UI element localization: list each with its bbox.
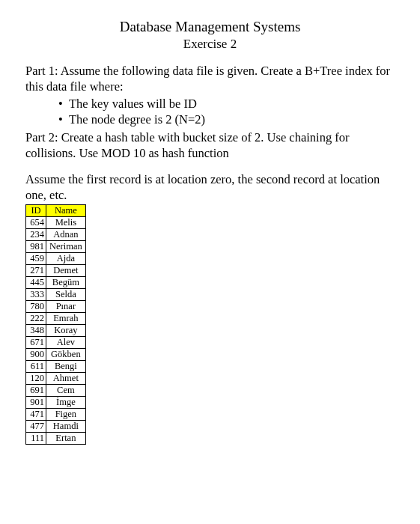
table-row: 611Bengi bbox=[26, 360, 86, 372]
table-row: 222Emrah bbox=[26, 312, 86, 324]
cell-name: Alev bbox=[46, 336, 86, 348]
cell-name: Demet bbox=[46, 264, 86, 276]
table-row: 459Ajda bbox=[26, 252, 86, 264]
cell-name: Adnan bbox=[46, 228, 86, 240]
cell-id: 901 bbox=[26, 396, 46, 408]
cell-id: 234 bbox=[26, 228, 46, 240]
cell-id: 477 bbox=[26, 420, 46, 432]
table-row: 111Ertan bbox=[26, 432, 86, 444]
cell-name: Ertan bbox=[46, 432, 86, 444]
table-row: 120Ahmet bbox=[26, 372, 86, 384]
cell-name: Figen bbox=[46, 408, 86, 420]
cell-id: 981 bbox=[26, 240, 46, 252]
title-block: Database Management Systems Exercise 2 bbox=[25, 18, 395, 52]
table-row: 471Figen bbox=[26, 408, 86, 420]
cell-name: Melis bbox=[46, 216, 86, 228]
cell-name: Neriman bbox=[46, 240, 86, 252]
cell-id: 654 bbox=[26, 216, 46, 228]
table-row: 477Hamdi bbox=[26, 420, 86, 432]
cell-id: 348 bbox=[26, 324, 46, 336]
table-row: 780Pınar bbox=[26, 300, 86, 312]
table-row: 901İmge bbox=[26, 396, 86, 408]
table-row: 981Neriman bbox=[26, 240, 86, 252]
table-row: 654Melis bbox=[26, 216, 86, 228]
cell-name: Emrah bbox=[46, 312, 86, 324]
table-body: 654Melis234Adnan981Neriman459Ajda271Deme… bbox=[26, 216, 86, 444]
table-row: 691Cem bbox=[26, 384, 86, 396]
cell-id: 471 bbox=[26, 408, 46, 420]
bullet-text: The key values will be ID bbox=[69, 96, 197, 112]
cell-id: 780 bbox=[26, 300, 46, 312]
part2-text: Part 2: Create a hash table with bucket … bbox=[25, 130, 395, 161]
cell-id: 222 bbox=[26, 312, 46, 324]
table-row: 445Begüm bbox=[26, 276, 86, 288]
table-header-row: ID Name bbox=[26, 204, 86, 216]
cell-name: Koray bbox=[46, 324, 86, 336]
cell-name: Ajda bbox=[46, 252, 86, 264]
cell-name: Bengi bbox=[46, 360, 86, 372]
data-table: ID Name 654Melis234Adnan981Neriman459Ajd… bbox=[25, 204, 86, 445]
table-row: 271Demet bbox=[26, 264, 86, 276]
cell-id: 271 bbox=[26, 264, 46, 276]
cell-name: Hamdi bbox=[46, 420, 86, 432]
cell-id: 459 bbox=[26, 252, 46, 264]
bullet-icon: • bbox=[58, 112, 69, 127]
list-item: • The node degree is 2 (N=2) bbox=[58, 112, 395, 127]
cell-id: 611 bbox=[26, 360, 46, 372]
cell-name: Ahmet bbox=[46, 372, 86, 384]
table-row: 900Gökben bbox=[26, 348, 86, 360]
cell-id: 445 bbox=[26, 276, 46, 288]
part1-section: Part 1: Assume the following data file i… bbox=[25, 63, 395, 161]
cell-name: Pınar bbox=[46, 300, 86, 312]
cell-name: Begüm bbox=[46, 276, 86, 288]
cell-id: 111 bbox=[26, 432, 46, 444]
cell-id: 120 bbox=[26, 372, 46, 384]
cell-id: 671 bbox=[26, 336, 46, 348]
cell-name: Selda bbox=[46, 288, 86, 300]
part1-bullets: • The key values will be ID • The node d… bbox=[58, 96, 395, 127]
bullet-text: The node degree is 2 (N=2) bbox=[69, 112, 205, 127]
cell-id: 691 bbox=[26, 384, 46, 396]
col-header-name: Name bbox=[46, 204, 86, 216]
table-row: 333Selda bbox=[26, 288, 86, 300]
cell-name: İmge bbox=[46, 396, 86, 408]
col-header-id: ID bbox=[26, 204, 46, 216]
cell-name: Gökben bbox=[46, 348, 86, 360]
cell-name: Cem bbox=[46, 384, 86, 396]
table-row: 671Alev bbox=[26, 336, 86, 348]
assumption-text: Assume the first record is at location z… bbox=[25, 171, 395, 203]
cell-id: 900 bbox=[26, 348, 46, 360]
page-title: Database Management Systems bbox=[25, 18, 395, 36]
cell-id: 333 bbox=[26, 288, 46, 300]
page-subtitle: Exercise 2 bbox=[25, 36, 395, 52]
bullet-icon: • bbox=[58, 96, 69, 112]
table-row: 234Adnan bbox=[26, 228, 86, 240]
part1-intro: Part 1: Assume the following data file i… bbox=[25, 63, 395, 94]
table-row: 348Koray bbox=[26, 324, 86, 336]
list-item: • The key values will be ID bbox=[58, 96, 395, 112]
assumption-section: Assume the first record is at location z… bbox=[25, 171, 395, 445]
